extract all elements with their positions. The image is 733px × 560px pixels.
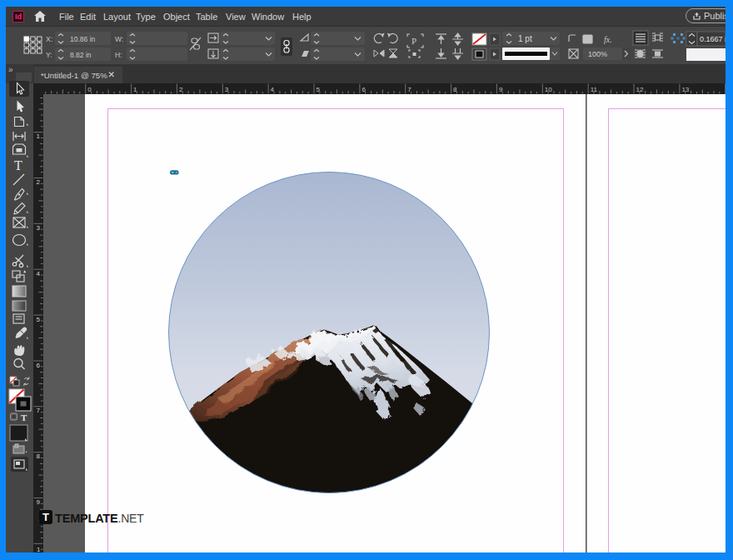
svg-text:4: 4 bbox=[37, 270, 41, 278]
svg-text:6: 6 bbox=[37, 362, 41, 369]
svg-text:7: 7 bbox=[37, 407, 41, 414]
svg-text:3: 3 bbox=[37, 224, 41, 232]
svg-text:9: 9 bbox=[37, 498, 41, 506]
svg-text:2: 2 bbox=[37, 178, 41, 186]
svg-text:8: 8 bbox=[37, 452, 41, 460]
svg-text:5: 5 bbox=[37, 316, 41, 323]
svg-text:1: 1 bbox=[37, 132, 41, 140]
